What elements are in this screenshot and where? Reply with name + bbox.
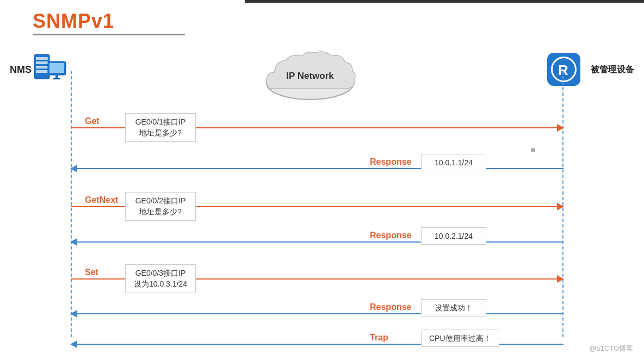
decorative-dot <box>531 148 535 152</box>
message-row-getnext: GetNextGE0/0/2接口IP 地址是多少? <box>71 193 564 220</box>
message-row-get: GetGE0/0/1接口IP 地址是多少? <box>71 114 564 141</box>
page-title: SNMPv1 <box>33 10 114 33</box>
ip-network-cloud: IP Network <box>250 42 370 108</box>
managed-device-label: 被管理设备 <box>591 64 634 76</box>
arrow-response1 <box>71 168 564 169</box>
msg-box-get: GE0/0/1接口IP 地址是多少? <box>125 113 196 142</box>
svg-rect-6 <box>49 63 64 73</box>
nms-icon <box>32 52 70 90</box>
arrow-response2 <box>71 241 564 243</box>
msg-box-response3: 设置成功！ <box>421 299 486 316</box>
message-row-response2: Response10.0.2.1/24 <box>71 228 564 256</box>
msg-box-response1: 10.0.1.1/24 <box>421 154 486 171</box>
svg-text:IP Network: IP Network <box>286 71 334 81</box>
msg-label-response3: Response <box>367 301 414 313</box>
page-container: SNMPv1 NMS R 被管理设备 <box>0 0 644 360</box>
msg-box-getnext: GE0/0/2接口IP 地址是多少? <box>125 192 196 221</box>
arrow-response3 <box>71 313 564 314</box>
title-underline <box>33 34 185 35</box>
msg-box-set: GE0/0/3接口IP 设为10.0.3.1/24 <box>125 264 196 293</box>
svg-rect-8 <box>53 78 60 79</box>
message-row-trap: TrapCPU使用率过高！ <box>71 331 564 358</box>
msg-label-getnext: GetNext <box>82 194 121 206</box>
msg-label-response1: Response <box>367 156 414 168</box>
watermark: @51CTO博客 <box>589 344 633 353</box>
msg-label-trap: Trap <box>367 332 392 344</box>
msg-label-get: Get <box>82 115 103 127</box>
svg-rect-2 <box>36 61 48 64</box>
msg-box-trap: CPU使用率过高！ <box>421 330 499 347</box>
router-icon: R <box>546 52 581 87</box>
nms-label: NMS <box>10 64 32 76</box>
message-row-response1: Response10.0.1.1/24 <box>71 155 564 182</box>
top-bar <box>245 0 644 3</box>
msg-label-response2: Response <box>367 229 414 241</box>
message-row-set: SetGE0/0/3接口IP 设为10.0.3.1/24 <box>71 265 564 293</box>
svg-rect-1 <box>36 57 48 60</box>
svg-rect-3 <box>36 66 48 69</box>
msg-label-set: Set <box>82 266 102 278</box>
msg-box-response2: 10.0.2.1/24 <box>421 227 486 245</box>
svg-rect-4 <box>36 70 48 73</box>
message-row-response3: Response设置成功！ <box>71 300 564 327</box>
